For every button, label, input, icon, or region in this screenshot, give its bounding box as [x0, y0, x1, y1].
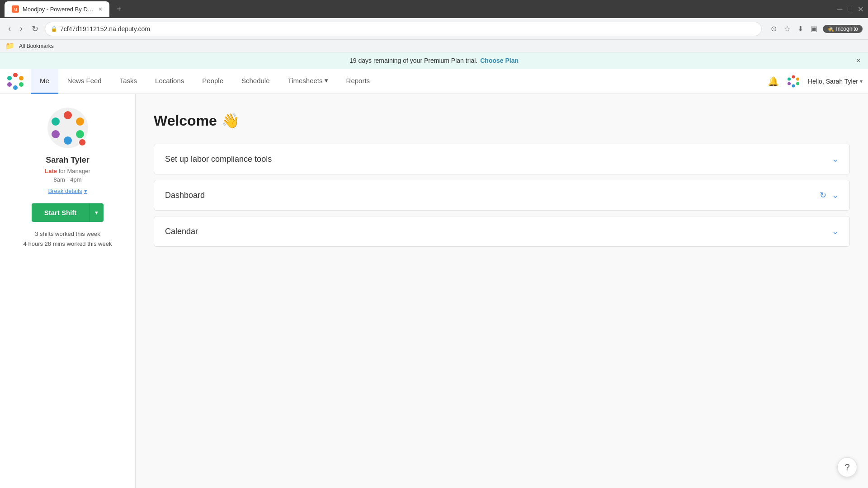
minimize-button[interactable]: ─ — [837, 5, 842, 14]
reader-mode-button[interactable]: ⊙ — [769, 23, 778, 35]
svg-point-16 — [76, 117, 84, 126]
all-bookmarks-link[interactable]: All Bookmarks — [16, 42, 57, 50]
svg-text:M: M — [14, 7, 17, 12]
labor-compliance-header[interactable]: Set up labor compliance tools ⌄ — [154, 144, 849, 174]
nav-reports[interactable]: Reports — [337, 69, 379, 94]
svg-point-15 — [64, 111, 72, 119]
labor-compliance-toggle-icon[interactable]: ⌄ — [832, 154, 839, 164]
svg-point-3 — [19, 76, 24, 80]
address-bar[interactable] — [60, 25, 756, 33]
svg-point-6 — [7, 82, 12, 87]
sidebar-late-info: Late for Manager — [45, 168, 90, 174]
sidebar-stats: 3 shifts worked this week 4 hours 28 min… — [24, 229, 112, 249]
main-layout: Sarah Tyler Late for Manager 8am - 4pm B… — [0, 94, 868, 488]
tablet-mode-button[interactable]: ▣ — [809, 23, 819, 35]
calendar-title: Calendar — [165, 227, 198, 236]
maximize-button[interactable]: □ — [848, 5, 852, 14]
refresh-button[interactable]: ↻ — [29, 22, 41, 36]
nav-people[interactable]: People — [193, 69, 232, 94]
content-area: Welcome 👋 Set up labor compliance tools … — [136, 94, 868, 488]
trial-banner-text: 19 days remaining of your Premium Plan t… — [349, 57, 477, 64]
nav-timesheets[interactable]: Timesheets ▾ — [279, 69, 337, 94]
svg-point-7 — [7, 76, 12, 80]
start-shift-dropdown-button[interactable]: ▾ — [89, 203, 104, 222]
address-bar-container[interactable]: 🔒 — [45, 22, 762, 36]
user-greeting[interactable]: Hello, Sarah Tyler ▾ — [808, 78, 863, 85]
bookmarks-folder-icon: 📁 — [5, 42, 14, 50]
dashboard-section: Dashboard ↻ ⌄ — [154, 180, 850, 211]
nav-tasks[interactable]: Tasks — [111, 69, 146, 94]
welcome-heading: Welcome 👋 — [154, 112, 850, 129]
download-button[interactable]: ⬇ — [796, 23, 805, 35]
timesheets-dropdown-arrow: ▾ — [325, 76, 328, 84]
toolbar-icons: ⊙ ☆ ⬇ ▣ 🕵 Incognito — [769, 23, 863, 35]
bookmarks-bar: 📁 All Bookmarks — [0, 40, 868, 52]
banner-close-button[interactable]: × — [856, 56, 861, 66]
notification-button[interactable]: 🔔 — [768, 76, 779, 87]
tab-title: Moodjoy - Powered By Deputy — [23, 6, 95, 13]
nav-me[interactable]: Me — [31, 69, 58, 94]
window-controls: ─ □ ✕ — [837, 5, 863, 14]
trial-banner: 19 days remaining of your Premium Plan t… — [0, 52, 868, 69]
labor-compliance-title: Set up labor compliance tools — [165, 155, 272, 164]
dashboard-actions: ↻ ⌄ — [820, 190, 839, 200]
start-shift-wrapper: Start Shift ▾ — [32, 203, 104, 222]
incognito-icon: 🕵 — [827, 26, 834, 32]
svg-point-20 — [52, 117, 60, 126]
sidebar-shift-time: 8am - 4pm — [53, 176, 81, 183]
browser-titlebar: M Moodjoy - Powered By Deputy × + ─ □ ✕ — [0, 0, 868, 18]
nav-locations[interactable]: Locations — [146, 69, 193, 94]
incognito-label: Incognito — [836, 26, 858, 32]
browser-toolbar: ‹ › ↻ 🔒 ⊙ ☆ ⬇ ▣ 🕵 Incognito — [0, 18, 868, 40]
back-button[interactable]: ‹ — [5, 22, 14, 35]
calendar-actions: ⌄ — [832, 226, 839, 236]
app-wrapper: 19 days remaining of your Premium Plan t… — [0, 52, 868, 488]
forward-button[interactable]: › — [17, 22, 25, 35]
new-tab-button[interactable]: + — [113, 3, 125, 16]
start-shift-button[interactable]: Start Shift — [32, 203, 90, 222]
secure-icon: 🔒 — [51, 26, 57, 32]
tab-close-button[interactable]: × — [99, 5, 102, 13]
svg-point-19 — [52, 130, 60, 138]
svg-point-13 — [788, 77, 791, 80]
user-dropdown-arrow: ▾ — [860, 78, 863, 84]
avatar-container — [47, 108, 88, 148]
dashboard-header[interactable]: Dashboard ↻ ⌄ — [154, 180, 849, 210]
nav-schedule[interactable]: Schedule — [232, 69, 279, 94]
svg-point-18 — [64, 136, 72, 145]
status-dot — [78, 138, 86, 146]
svg-point-4 — [19, 82, 24, 87]
svg-point-8 — [792, 75, 795, 78]
nav-news-feed[interactable]: News Feed — [58, 69, 111, 94]
app-logo[interactable] — [5, 71, 25, 91]
close-window-button[interactable]: ✕ — [858, 5, 863, 14]
tab-favicon: M — [12, 5, 19, 13]
svg-point-5 — [13, 85, 18, 90]
labor-compliance-section: Set up labor compliance tools ⌄ — [154, 144, 850, 174]
bookmark-button[interactable]: ☆ — [782, 23, 792, 35]
dashboard-title: Dashboard — [165, 191, 205, 200]
labor-compliance-actions: ⌄ — [832, 154, 839, 164]
choose-plan-link[interactable]: Choose Plan — [480, 57, 519, 64]
user-avatar-nav — [786, 74, 801, 89]
calendar-toggle-icon[interactable]: ⌄ — [832, 226, 839, 236]
nav-right: 🔔 Hello, Sarah Tyler — [768, 74, 863, 89]
welcome-emoji: 👋 — [222, 112, 240, 129]
help-button[interactable]: ? — [837, 457, 857, 477]
top-nav: Me News Feed Tasks Locations People Sche… — [0, 69, 868, 94]
dashboard-toggle-icon[interactable]: ⌄ — [832, 190, 839, 200]
svg-point-9 — [796, 77, 799, 80]
late-badge: Late — [45, 168, 57, 174]
calendar-header[interactable]: Calendar ⌄ — [154, 216, 849, 246]
dashboard-refresh-icon[interactable]: ↻ — [820, 190, 826, 200]
browser-window: M Moodjoy - Powered By Deputy × + ─ □ ✕ … — [0, 0, 868, 488]
sidebar-user-name: Sarah Tyler — [46, 155, 90, 165]
browser-tab[interactable]: M Moodjoy - Powered By Deputy × — [5, 1, 109, 17]
incognito-badge: 🕵 Incognito — [823, 25, 863, 33]
break-details-link[interactable]: Break details ▾ — [48, 188, 87, 194]
sidebar: Sarah Tyler Late for Manager 8am - 4pm B… — [0, 94, 136, 488]
calendar-section: Calendar ⌄ — [154, 216, 850, 247]
manager-text: for Manager — [59, 168, 90, 174]
svg-point-17 — [76, 130, 84, 138]
hours-worked-text: 4 hours 28 mins worked this week — [24, 239, 112, 249]
